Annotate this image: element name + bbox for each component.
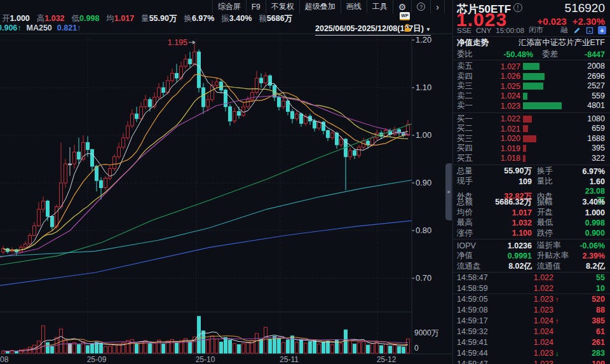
stat-row-1: 现手109量比1.60 — [453, 176, 610, 186]
stat-cell: 振幅 — [532, 197, 578, 208]
stat-row-3: 总额5686.32万振幅3.40% — [453, 197, 610, 207]
tick-row-6: 14:59:411.024261 — [453, 337, 610, 347]
stat-cell: 0.9991 — [490, 252, 532, 260]
weicha-value: -8447 — [575, 50, 605, 59]
svg-text:25-11: 25-11 — [280, 355, 299, 364]
exchange-label: SSE — [457, 27, 471, 34]
stat-cell: 55.90万 — [490, 166, 532, 177]
buy-level-1[interactable]: 买一1.0221080 — [453, 114, 610, 125]
svg-text:1.00: 1.00 — [416, 130, 431, 140]
stat-cell: 溢折率 — [532, 240, 578, 251]
screenshot-frame-icon[interactable] — [585, 26, 593, 34]
stat-cell: 1.60 — [578, 177, 605, 186]
stat-cell: 流通值 — [532, 261, 578, 272]
tick-row-1: 14:58:591.02210 — [453, 283, 610, 294]
depth-bar — [523, 125, 528, 132]
weicha-label: 委差 — [533, 49, 575, 60]
market-status: 闭市 — [529, 25, 543, 35]
add-to-watchlist-icon[interactable]: + — [598, 26, 606, 34]
stat-row-5: 最高1.032最低0.998 — [453, 217, 610, 227]
stat-cell: 涨停 — [457, 228, 490, 239]
svg-text:0.80: 0.80 — [416, 226, 431, 235]
candlestick-chart[interactable]: 1.201.101.000.900.800.709000万01.1950825-… — [0, 0, 452, 364]
stat-cell: 1.017 — [490, 208, 532, 217]
depth-bar — [523, 155, 525, 162]
info-icon[interactable]: ! — [513, 3, 522, 12]
sell-level-3[interactable]: 卖三1.0252527 — [453, 81, 610, 91]
depth-bar — [523, 63, 539, 70]
depth-bar — [523, 116, 532, 123]
panel-collapse-handle[interactable]: » — [445, 163, 452, 220]
up-arrow-icon: ↑ — [553, 295, 564, 303]
stat-cell: 开盘 — [532, 207, 578, 218]
buy-level-4[interactable]: 买四1.019395 — [453, 144, 610, 154]
tick-row-4: 14:59:171.024↑385 — [453, 316, 610, 327]
stat-cell: 换手 — [532, 166, 578, 177]
svg-text:1.20: 1.20 — [416, 35, 431, 44]
tick-row-5: 14:59:321.02461 — [453, 326, 610, 337]
stat-cell: 跌停 — [532, 228, 578, 239]
stat-cell: 流通盘 — [457, 261, 490, 272]
sell-level-5[interactable]: 卖五1.0272008 — [453, 62, 610, 72]
stat-cell: 最高 — [457, 217, 490, 228]
bid-ask-ratio-row: 委比 -50.48% 委差 -8447 — [453, 49, 610, 60]
depth-bar — [523, 102, 562, 109]
svg-text:25-10: 25-10 — [196, 355, 215, 364]
depth-bar — [523, 145, 526, 152]
stat-cell: 总量 — [457, 166, 490, 177]
stat-row-4: 均价1.017开盘1.000 — [453, 207, 610, 217]
weibi-label: 委比 — [457, 49, 480, 60]
depth-bar — [523, 83, 543, 90]
svg-text:25-09: 25-09 — [87, 355, 107, 364]
order-book-buys: 买一1.0221080买二1.021659买三1.0201688买四1.0193… — [453, 113, 610, 166]
quote-panel: 芯片50ETF ! 516920 1.023 +0.023 +2.30% SSE… — [452, 0, 610, 364]
stat-cell: 1.0236 — [490, 241, 532, 250]
up-arrow-icon: ↑ — [553, 317, 564, 325]
sell-level-4[interactable]: 卖四1.0262696 — [453, 72, 610, 82]
order-book-sells: 卖五1.0272008卖四1.0262696卖三1.0252527卖二1.024… — [453, 60, 610, 113]
sell-level-1[interactable]: 卖一1.0234801 — [453, 101, 610, 111]
quote-header: 芯片50ETF ! 516920 1.023 +0.023 +2.30% SSE… — [453, 0, 610, 37]
stat-cell: -0.06% — [578, 241, 605, 250]
stats-grid: 总量55.90万换手6.97%现手109量比1.60外盘32.82万内盘23.0… — [453, 165, 610, 239]
stat-cell: 5686.32万 — [490, 197, 532, 208]
sell-level-2[interactable]: 卖二1.024559 — [453, 91, 610, 102]
buy-level-5[interactable]: 买五1.018322 — [453, 154, 610, 164]
stat-cell: IOPV — [457, 241, 490, 250]
weibi-value: -50.48% — [480, 50, 533, 59]
fund-name: 汇添富中证芯片产业ETF — [489, 37, 605, 48]
stat-cell: 2.39% — [578, 252, 605, 260]
tick-row-3: 14:59:081.02388 — [453, 305, 610, 316]
stat-cell: 1.032 — [490, 219, 532, 227]
svg-text:0.90: 0.90 — [416, 178, 431, 187]
stat-cell: 升贴水率 — [532, 250, 578, 261]
stat-cell: 6.97% — [578, 167, 605, 176]
margin-badge: 融 — [561, 25, 569, 35]
stat-cell: 均价 — [457, 207, 490, 218]
stat-cell: 净值 — [457, 250, 490, 261]
depth-bar — [523, 93, 527, 100]
edit-pencil-icon[interactable] — [573, 26, 581, 34]
buy-level-2[interactable]: 买二1.021659 — [453, 124, 610, 134]
tick-row-0: 14:58:471.02255 — [453, 273, 610, 283]
stat-cell: 量比 — [532, 176, 578, 187]
tick-row-7: 14:59:441.023↓283 — [453, 347, 610, 358]
svg-text:1.195: 1.195 — [168, 38, 187, 47]
quote-time: 15:00:08 — [496, 27, 524, 34]
stat-cell: 0.998 — [578, 219, 605, 227]
nav-trend-row[interactable]: 净值走势 汇添富中证芯片产业ETF — [453, 37, 610, 49]
svg-text:1.10: 1.10 — [416, 83, 431, 92]
etf-stat-row-2: 流通盘8.02亿流通值8.2亿 — [453, 261, 610, 271]
etf-stat-row-1: 净值0.9991升贴水率2.39% — [453, 250, 610, 260]
stat-cell: 1.000 — [578, 208, 605, 217]
buy-level-3[interactable]: 买三1.0201688 — [453, 134, 610, 144]
etf-stat-row-0: IOPV1.0236溢折率-0.06% — [453, 240, 610, 250]
svg-text:9000万: 9000万 — [414, 328, 439, 337]
stat-cell: 总额 — [457, 197, 490, 208]
stat-row-2: 外盘32.82万内盘23.08万 — [453, 187, 610, 197]
tick-row-8: 14:59:471.023109 — [453, 358, 610, 364]
nav-trend-label: 净值走势 — [457, 37, 489, 48]
svg-text:0.70: 0.70 — [416, 273, 431, 283]
stat-cell: 3.40% — [578, 198, 605, 206]
trading-app-window: 综合屏F9不复权超级叠加画线工具⚙?› 开1.000高1.032低0.998均1… — [0, 0, 610, 364]
